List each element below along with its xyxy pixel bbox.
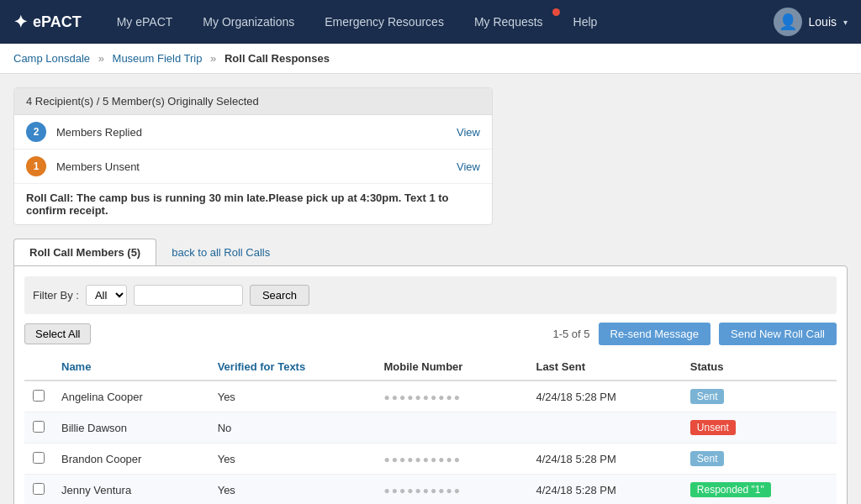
col-verified: Verified for Texts bbox=[209, 354, 376, 381]
chevron-down-icon: ▾ bbox=[843, 18, 848, 27]
select-all-button[interactable]: Select All bbox=[24, 323, 91, 344]
replied-count-badge: 2 bbox=[26, 122, 46, 142]
row-verified: No bbox=[209, 412, 376, 444]
navbar: ✦ ePACT My ePACT My Organizations Emerge… bbox=[0, 0, 861, 44]
col-check bbox=[24, 354, 53, 381]
summary-row-replied: 2 Members Replied View bbox=[14, 115, 492, 150]
filter-label: Filter By : bbox=[33, 289, 79, 302]
row-name: Billie Dawson bbox=[53, 412, 209, 444]
logo-icon: ✦ bbox=[13, 12, 28, 32]
table-row: Angelina Cooper Yes ●●●●●●●●●● 4/24/18 5… bbox=[24, 381, 837, 412]
col-mobile: Mobile Number bbox=[375, 354, 527, 381]
main-content: 4 Recipient(s) / 5 Member(s) Originally … bbox=[0, 74, 861, 504]
row-status: Responded "1" bbox=[682, 475, 837, 505]
nav-help[interactable]: Help bbox=[558, 0, 613, 44]
breadcrumb-trip[interactable]: Museum Field Trip bbox=[113, 52, 203, 65]
table-row: Brandon Cooper Yes ●●●●●●●●●● 4/24/18 5:… bbox=[24, 444, 837, 475]
row-mobile: ●●●●●●●●●● bbox=[375, 475, 527, 505]
row-mobile: ●●●●●●●●●● bbox=[375, 381, 527, 412]
row-status: Sent bbox=[682, 444, 837, 475]
nav-emergency-resources[interactable]: Emergency Resources bbox=[309, 0, 459, 44]
requests-badge bbox=[552, 8, 560, 16]
row-name: Brandon Cooper bbox=[53, 444, 209, 475]
nav-my-organizations[interactable]: My Organizations bbox=[188, 0, 309, 44]
status-badge: Responded "1" bbox=[690, 482, 771, 497]
status-badge: Sent bbox=[690, 389, 725, 404]
breadcrumb-sep-2: » bbox=[210, 52, 216, 65]
row-verified: Yes bbox=[209, 475, 376, 505]
row-checkbox-cell bbox=[24, 444, 53, 475]
col-status: Status bbox=[682, 354, 837, 381]
row-checkbox-cell bbox=[24, 381, 53, 412]
row-status: Sent bbox=[682, 381, 837, 412]
table-section: Filter By : All Search Select All 1-5 of… bbox=[13, 265, 848, 504]
row-name: Angelina Cooper bbox=[53, 381, 209, 412]
row-last-sent: 4/24/18 5:28 PM bbox=[527, 381, 681, 412]
row-verified: Yes bbox=[209, 444, 376, 475]
row-mobile bbox=[375, 412, 527, 444]
brand-logo[interactable]: ✦ ePACT bbox=[13, 12, 82, 32]
tab-roll-call-members[interactable]: Roll Call Members (5) bbox=[13, 239, 156, 265]
resend-message-button[interactable]: Re-send Message bbox=[599, 323, 711, 345]
nav-right: 👤 Louis ▾ bbox=[774, 8, 848, 36]
members-table: Name Verified for Texts Mobile Number La… bbox=[24, 354, 837, 504]
view-unsent-link[interactable]: View bbox=[457, 160, 480, 173]
row-last-sent bbox=[527, 412, 681, 444]
summary-card: 4 Recipient(s) / 5 Member(s) Originally … bbox=[13, 87, 493, 225]
unsent-label: Members Unsent bbox=[56, 160, 457, 173]
username: Louis bbox=[809, 15, 837, 29]
search-button[interactable]: Search bbox=[250, 285, 309, 306]
replied-label: Members Replied bbox=[56, 126, 457, 139]
nav-links: My ePACT My Organizations Emergency Reso… bbox=[102, 0, 774, 44]
action-bar: Select All 1-5 of 5 Re-send Message Send… bbox=[24, 323, 837, 345]
nav-my-epact[interactable]: My ePACT bbox=[102, 0, 188, 44]
row-verified: Yes bbox=[209, 381, 376, 412]
row-last-sent: 4/24/18 5:28 PM bbox=[527, 475, 681, 505]
breadcrumb-sep-1: » bbox=[98, 52, 104, 65]
send-new-roll-call-button[interactable]: Send New Roll Call bbox=[719, 323, 837, 345]
unsent-count-badge: 1 bbox=[26, 156, 46, 176]
row-checkbox[interactable] bbox=[33, 452, 45, 464]
row-checkbox-cell bbox=[24, 412, 53, 444]
avatar: 👤 bbox=[774, 8, 802, 36]
user-menu[interactable]: 👤 Louis ▾ bbox=[774, 8, 848, 36]
row-mobile: ●●●●●●●●●● bbox=[375, 444, 527, 475]
back-to-roll-calls-link[interactable]: back to all Roll Calls bbox=[156, 239, 285, 265]
table-row: Jenny Ventura Yes ●●●●●●●●●● 4/24/18 5:2… bbox=[24, 475, 837, 505]
tabs-bar: Roll Call Members (5) back to all Roll C… bbox=[13, 239, 848, 265]
row-checkbox-cell bbox=[24, 475, 53, 505]
status-badge: Unsent bbox=[690, 420, 736, 435]
table-row: Billie Dawson No Unsent bbox=[24, 412, 837, 444]
breadcrumb: Camp Lonsdale » Museum Field Trip » Roll… bbox=[0, 44, 861, 74]
row-checkbox[interactable] bbox=[33, 483, 45, 495]
col-name: Name bbox=[53, 354, 209, 381]
brand-name: ePACT bbox=[33, 13, 82, 31]
breadcrumb-camp[interactable]: Camp Lonsdale bbox=[13, 52, 90, 65]
row-last-sent: 4/24/18 5:28 PM bbox=[527, 444, 681, 475]
search-input[interactable] bbox=[134, 285, 243, 306]
nav-my-requests[interactable]: My Requests bbox=[459, 0, 558, 44]
status-badge: Sent bbox=[690, 451, 725, 466]
summary-header: 4 Recipient(s) / 5 Member(s) Originally … bbox=[14, 88, 492, 115]
row-checkbox[interactable] bbox=[33, 390, 45, 402]
action-right: 1-5 of 5 Re-send Message Send New Roll C… bbox=[552, 323, 837, 345]
row-status: Unsent bbox=[682, 412, 837, 444]
filter-bar: Filter By : All Search bbox=[24, 276, 837, 314]
summary-row-unsent: 1 Members Unsent View bbox=[14, 150, 492, 184]
view-replied-link[interactable]: View bbox=[457, 126, 480, 139]
pagination-label: 1-5 of 5 bbox=[552, 328, 589, 340]
row-checkbox[interactable] bbox=[33, 421, 45, 433]
col-last-sent: Last Sent bbox=[527, 354, 681, 381]
row-name: Jenny Ventura bbox=[53, 475, 209, 505]
breadcrumb-current: Roll Call Responses bbox=[224, 52, 330, 65]
rollcall-message: Roll Call: The camp bus is running 30 mi… bbox=[14, 184, 492, 224]
filter-select[interactable]: All bbox=[86, 285, 127, 306]
